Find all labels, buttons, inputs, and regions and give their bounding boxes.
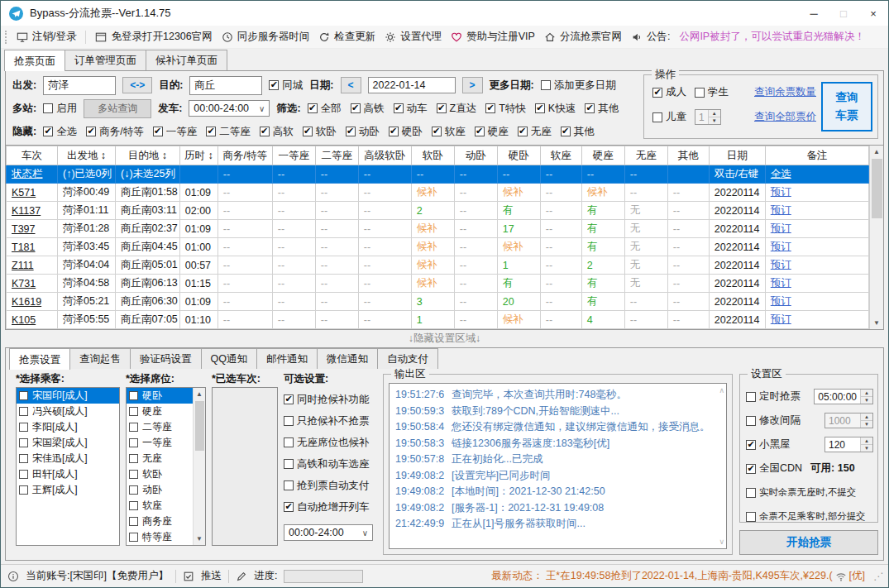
hide-二等座[interactable]: 二等座 bbox=[206, 125, 251, 139]
push-label[interactable]: 推送 bbox=[201, 569, 222, 583]
column-header-其他[interactable]: 其他 bbox=[667, 146, 709, 165]
scrollbar-thumb[interactable] bbox=[872, 159, 882, 218]
interval-stepper[interactable]: 1000▲▼ bbox=[824, 413, 873, 428]
settings-tab-4[interactable]: 邮件通知 bbox=[256, 348, 318, 369]
settings-tab-6[interactable]: 自动支付 bbox=[377, 348, 438, 369]
status-row[interactable]: 状态栏(↑)已选0列(↓)未选25列--------------------双击… bbox=[7, 165, 869, 184]
toolbar-item-official-site[interactable]: 分流抢票官网 bbox=[544, 30, 622, 44]
seat-item-特等座[interactable]: 特等座 bbox=[127, 529, 193, 545]
close-button[interactable]: × bbox=[858, 1, 888, 26]
column-header-软卧[interactable]: 软卧 bbox=[411, 146, 454, 165]
column-header-硬卧[interactable]: 硬卧 bbox=[497, 146, 540, 165]
scroll-down-icon[interactable]: ▼ bbox=[870, 317, 883, 329]
toolbar-item-sponsor-vip[interactable]: 赞助与注册VIP bbox=[451, 30, 535, 44]
hide-软卧[interactable]: 软卧 bbox=[303, 125, 337, 139]
hide-硬座[interactable]: 硬座 bbox=[475, 125, 509, 139]
column-header-历时[interactable]: 历时 ↕ bbox=[179, 146, 217, 165]
hide-动卧[interactable]: 动卧 bbox=[346, 125, 380, 139]
hide-其他[interactable]: 其他 bbox=[561, 125, 595, 139]
step-up-icon[interactable]: ▲ bbox=[709, 110, 720, 117]
timed-grab-time-stepper[interactable]: 05:00:00▲▼ bbox=[814, 389, 873, 404]
scroll-down-icon[interactable]: ▼ bbox=[194, 533, 205, 545]
scrollbar-thumb[interactable] bbox=[195, 401, 204, 451]
seat-item-硬卧[interactable]: 硬卧 bbox=[127, 388, 193, 404]
grab-time-range-select[interactable]: 00:00-24:00∨ bbox=[284, 524, 373, 541]
pass-item-宋国印[成人][interactable]: 宋国印[成人] bbox=[17, 388, 119, 404]
date-next-button[interactable]: > bbox=[462, 77, 483, 93]
cell-备注[interactable]: 预订 bbox=[765, 311, 868, 329]
seat-scrollbar[interactable]: ▲ ▼ bbox=[193, 388, 205, 545]
seat-item-软座[interactable]: 软座 bbox=[127, 498, 193, 514]
column-header-商务/特等[interactable]: 商务/特等 bbox=[217, 146, 272, 165]
depart-time-select[interactable]: 00:00-24:00∨ bbox=[189, 100, 270, 117]
option-只抢候补不抢票[interactable]: 只抢候补不抢票 bbox=[284, 410, 376, 432]
settings-tab-3[interactable]: QQ通知 bbox=[201, 348, 257, 369]
date-input[interactable]: 2022-01-14 bbox=[368, 77, 456, 93]
toolbar-item-set-proxy[interactable]: 设置代理 bbox=[385, 30, 442, 44]
filter-Z直达[interactable]: Z直达 bbox=[437, 102, 477, 116]
column-header-日期[interactable]: 日期 bbox=[709, 146, 765, 165]
cell-备注[interactable]: 预订 bbox=[765, 184, 868, 202]
column-header-出发地[interactable]: 出发地 ↕ bbox=[58, 146, 116, 165]
pass-item-李阳[成人][interactable]: 李阳[成人] bbox=[17, 419, 119, 435]
multi-query-button[interactable]: 多站查询 bbox=[84, 99, 151, 118]
train-row-Z111[interactable]: Z111菏泽04:04商丘南05:0100:57--------候补--1--2… bbox=[7, 256, 869, 275]
swap-stations-button[interactable]: <-> bbox=[122, 77, 152, 93]
column-header-高级软卧[interactable]: 高级软卧 bbox=[358, 146, 411, 165]
toolbar-item-open-12306[interactable]: 免登录打开12306官网 bbox=[95, 30, 212, 44]
hide-软座[interactable]: 软座 bbox=[432, 125, 466, 139]
column-header-备注[interactable]: 备注 bbox=[765, 146, 868, 165]
step-down-icon[interactable]: ▼ bbox=[861, 421, 872, 428]
option-自动抢增开列车[interactable]: 自动抢增开列车 bbox=[284, 496, 376, 518]
filter-K快速[interactable]: K快速 bbox=[535, 102, 576, 116]
add-more-dates-checkbox[interactable]: 添加更多日期 bbox=[541, 79, 616, 93]
pass-item-宋佳迅[成人][interactable]: 宋佳迅[成人] bbox=[17, 451, 119, 466]
toolbar-item-check-update[interactable]: 检查更新 bbox=[318, 30, 375, 44]
column-header-车次[interactable]: 车次 bbox=[7, 146, 58, 165]
cell-备注[interactable]: 全选 bbox=[765, 165, 868, 184]
settings-tab-2[interactable]: 验证码设置 bbox=[130, 348, 202, 369]
interval-checkbox[interactable]: 修改间隔 bbox=[746, 414, 801, 428]
filter-高铁[interactable]: 高铁 bbox=[351, 102, 385, 116]
option-高铁和动车选座[interactable]: 高铁和动车选座 bbox=[284, 453, 376, 475]
filter-全部[interactable]: 全部 bbox=[308, 102, 342, 116]
train-row-K1619[interactable]: K1619菏泽05:21商丘南06:3001:09--------3--20--… bbox=[7, 293, 869, 311]
seat-item-一等座[interactable]: 一等座 bbox=[127, 435, 193, 451]
passenger-list[interactable]: 宋国印[成人]冯兴硕[成人]李阳[成人]宋国梁[成人]宋佳迅[成人]田轩[成人]… bbox=[16, 387, 120, 546]
child-count-stepper[interactable]: 1▲▼ bbox=[695, 109, 721, 125]
column-header-一等座[interactable]: 一等座 bbox=[272, 146, 315, 165]
option-抢到票自动支付[interactable]: 抢到票自动支付 bbox=[284, 475, 376, 496]
settings-tab-5[interactable]: 微信通知 bbox=[317, 348, 378, 369]
resize-grip[interactable]: ⋰ bbox=[873, 571, 883, 582]
step-up-icon[interactable]: ▲ bbox=[861, 390, 872, 397]
train-row-T397[interactable]: T397菏泽01:28商丘南02:3701:09--------候补--17--… bbox=[7, 220, 869, 238]
train-row-K571[interactable]: K571菏泽00:49商丘南01:5801:09--------候补--候补--… bbox=[7, 184, 869, 202]
pass-item-王辉[成人][interactable]: 王辉[成人] bbox=[17, 482, 119, 498]
option-无座席位也候补[interactable]: 无座席位也候补 bbox=[284, 432, 376, 453]
child-checkbox[interactable]: 儿童 bbox=[652, 110, 686, 124]
column-header-动卧[interactable]: 动卧 bbox=[454, 146, 497, 165]
cell-备注[interactable]: 预订 bbox=[765, 238, 868, 256]
step-up-icon[interactable]: ▲ bbox=[861, 414, 872, 421]
seat-item-商务座[interactable]: 商务座 bbox=[127, 514, 193, 529]
cell-备注[interactable]: 预订 bbox=[765, 275, 868, 293]
option-同时抢候补功能[interactable]: 同时抢候补功能 bbox=[284, 389, 376, 410]
hide-高软[interactable]: 高软 bbox=[260, 125, 294, 139]
step-down-icon[interactable]: ▼ bbox=[861, 397, 872, 404]
student-checkbox[interactable]: 学生 bbox=[695, 85, 729, 99]
maximize-button[interactable]: □ bbox=[829, 1, 858, 26]
scroll-up-icon[interactable]: ▲ bbox=[870, 146, 883, 158]
to-station-input[interactable]: 商丘 bbox=[189, 76, 262, 95]
hide-全选[interactable]: 全选 bbox=[43, 125, 77, 139]
toolbar-item-announcement[interactable]: 公告: bbox=[631, 30, 670, 44]
start-grab-button[interactable]: 开始抢票 bbox=[739, 530, 878, 555]
multi-enable-checkbox[interactable]: 启用 bbox=[43, 102, 77, 116]
cell-备注[interactable]: 预订 bbox=[765, 202, 868, 220]
toolbar-item-sync-server-time[interactable]: 同步服务器时间 bbox=[222, 30, 310, 44]
no-standing-no-submit-checkbox[interactable]: 实时余票无座时,不提交 bbox=[746, 486, 856, 499]
pass-item-宋国梁[成人][interactable]: 宋国梁[成人] bbox=[17, 435, 119, 451]
main-tab-1[interactable]: 订单管理页面 bbox=[65, 50, 146, 70]
scroll-up-icon[interactable]: ▲ bbox=[194, 388, 205, 400]
settings-tab-0[interactable]: 抢票设置 bbox=[9, 348, 70, 370]
train-row-K731[interactable]: K731菏泽04:58商丘南06:1301:15--------候补--有--有… bbox=[7, 275, 869, 293]
